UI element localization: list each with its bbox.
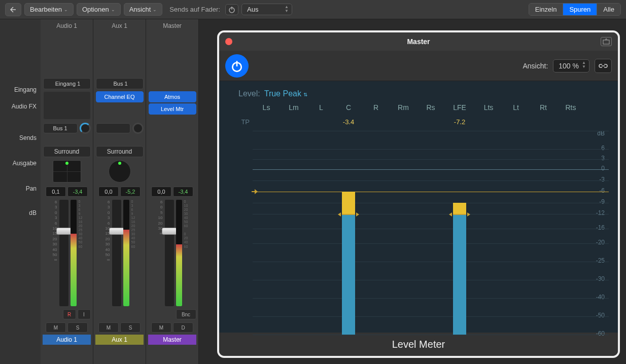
fader-track[interactable] <box>59 200 68 306</box>
pan-circle[interactable] <box>109 160 131 183</box>
tp-value <box>530 118 557 126</box>
send-slot[interactable] <box>96 123 130 133</box>
view-tracks-button[interactable]: Spuren <box>563 4 597 15</box>
db-peak[interactable]: -5,2 <box>120 187 141 197</box>
meter-scale-right: 03691216202530405060 <box>131 200 138 306</box>
pin-icon[interactable] <box>601 37 612 46</box>
fx-slots <box>43 91 91 120</box>
automation-button[interactable]: R <box>63 309 76 319</box>
fx-slot[interactable]: Level Mtr <box>149 103 196 115</box>
strip-title: Master <box>163 22 182 31</box>
level-meter <box>123 200 129 306</box>
level-mode-select[interactable]: True Peak ⇅ <box>264 89 308 98</box>
fx-slot[interactable]: Atmos <box>149 91 196 102</box>
tp-value <box>390 118 417 126</box>
tp-value: -7.2 <box>444 118 475 126</box>
input-slot[interactable]: Eingang 1 <box>43 78 91 89</box>
view-single-button[interactable]: Einzeln <box>529 4 563 15</box>
mute-button[interactable]: M <box>98 322 119 333</box>
sends-power-toggle[interactable] <box>225 4 238 15</box>
view-all-button[interactable]: Alle <box>597 4 620 15</box>
sends-row <box>96 122 144 135</box>
plugin-title: Master <box>407 38 430 46</box>
updown-icon: ▲▼ <box>582 61 586 69</box>
channel-header: Ls <box>253 103 280 112</box>
solo-button[interactable]: D <box>173 322 193 333</box>
send-knob[interactable] <box>132 123 144 134</box>
meter-bars-zone[interactable] <box>253 131 609 333</box>
meter-graph: dB 630-3-6-9-12-16-20-25-30-40-50-60 <box>228 131 609 333</box>
strip-name[interactable]: Master <box>148 335 196 345</box>
pan-grid[interactable] <box>53 160 81 183</box>
meter-bar-peak <box>453 203 466 214</box>
level-meter-plugin-window: Master Ansicht: 100 % ▲▼ Level: True Pea… <box>217 30 620 358</box>
gridline <box>253 214 609 214</box>
view-menu-label: Ansicht <box>129 6 151 13</box>
input-slot[interactable]: Bus 1 <box>96 78 144 89</box>
automation-button[interactable]: Bnc <box>176 309 196 319</box>
chevron-down-icon: ⌄ <box>153 7 157 12</box>
strip-title: Aux 1 <box>112 22 127 31</box>
fader-area: 63036101520304050∞ 03691216202530405060 <box>43 200 91 306</box>
fx-slot-empty[interactable] <box>43 91 91 120</box>
output-slot[interactable]: Surround <box>43 146 91 157</box>
plugin-power-button[interactable] <box>225 54 249 78</box>
tp-value: -3.4 <box>335 118 362 126</box>
meter-bar-peak <box>342 192 355 214</box>
view-menu[interactable]: Ansicht⌄ <box>124 3 163 16</box>
send-slot[interactable]: Bus 1 <box>43 123 78 133</box>
tp-value <box>307 118 335 126</box>
fader-scale-left: 605102030∞ <box>154 200 163 306</box>
level-mode-row: Level: True Peak ⇅ <box>228 89 609 98</box>
tp-value <box>280 118 307 126</box>
meter-scale-right: 03691216202530405060 <box>79 200 86 306</box>
fader-handle[interactable] <box>56 228 72 235</box>
channel-headers: LsLmLCRRmRsLFELtsLtRtRts <box>253 103 609 112</box>
strip-title: Audio 1 <box>56 22 77 31</box>
db-peak[interactable]: -3,4 <box>67 187 88 197</box>
fader-handle[interactable] <box>109 228 124 235</box>
output-slot[interactable]: Surround <box>96 146 144 157</box>
updown-icon: ▲▼ <box>285 5 289 13</box>
sends-select[interactable]: Aus ▲▼ <box>241 4 292 15</box>
sends-row: Bus 1 <box>43 122 91 135</box>
solo-button[interactable]: S <box>67 322 88 333</box>
mute-button[interactable]: M <box>46 322 66 333</box>
send-knob[interactable] <box>80 123 91 134</box>
tp-row: TP -3.4-7.2 <box>232 117 609 127</box>
channel-strip: Aux 1Bus 1Channel EQSurround0,0-5,2 6303… <box>93 19 146 364</box>
solo-button[interactable]: S <box>120 322 141 333</box>
strip-name[interactable]: Audio 1 <box>43 335 91 345</box>
gridline <box>253 262 609 262</box>
automation-button[interactable]: I <box>78 309 91 319</box>
fader-track[interactable] <box>165 200 174 306</box>
strip-name[interactable]: Aux 1 <box>95 335 144 345</box>
plugin-titlebar[interactable]: Master <box>219 32 618 51</box>
zoom-select[interactable]: 100 % ▲▼ <box>553 59 589 72</box>
db-y-axis: dB 630-3-6-9-12-16-20-25-30-40-50-60 <box>228 131 253 333</box>
db-value[interactable]: 0,1 <box>46 187 66 197</box>
tp-value <box>253 118 280 126</box>
options-menu[interactable]: Optionen⌄ <box>77 3 121 16</box>
db-value[interactable]: 0,0 <box>151 187 171 197</box>
fader-track[interactable] <box>112 200 121 306</box>
db-peak[interactable]: -3,4 <box>173 187 193 197</box>
row-labels-column: Eingang Audio FX Sends Ausgabe Pan dB <box>0 19 41 364</box>
level-label: Level: <box>238 89 260 98</box>
db-value[interactable]: 0,0 <box>98 187 119 197</box>
mute-button[interactable]: M <box>151 322 171 333</box>
back-arrow-icon[interactable] <box>5 3 21 16</box>
gridline <box>253 298 609 299</box>
tp-label: TP <box>232 118 253 126</box>
options-menu-label: Optionen <box>82 6 109 13</box>
gridline <box>253 169 609 170</box>
fx-slot[interactable]: Channel EQ <box>96 91 144 102</box>
level-meter <box>71 200 77 306</box>
fader-handle[interactable] <box>162 228 177 235</box>
meter-scale-right: 01020304050600204060 <box>184 200 191 306</box>
tp-value <box>362 118 390 126</box>
link-button[interactable] <box>595 59 612 73</box>
plugin-toolbar: Ansicht: 100 % ▲▼ <box>219 51 618 81</box>
edit-menu[interactable]: Bearbeiten⌄ <box>24 3 74 16</box>
close-icon[interactable] <box>225 38 232 45</box>
